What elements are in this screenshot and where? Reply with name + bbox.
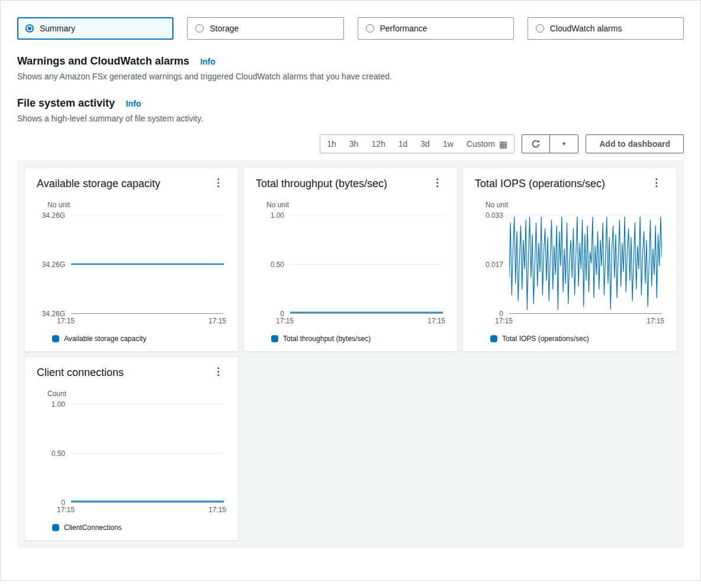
y-tick: 0 (37, 499, 65, 507)
chart-card-available-storage: Available storage capacity ⋮ No unit 34.… (24, 168, 239, 352)
tab-storage[interactable]: Storage (187, 17, 343, 40)
kebab-menu-icon[interactable]: ⋮ (430, 178, 445, 188)
activity-section: File system activity Info Shows a high-l… (17, 97, 684, 124)
tab-label: CloudWatch alarms (550, 24, 622, 33)
time-range-3d[interactable]: 3d (414, 135, 436, 153)
fsx-monitoring-page: Summary Storage Performance CloudWatch a… (0, 0, 701, 581)
radio-unselected-icon (366, 24, 374, 33)
time-range-1d[interactable]: 1d (392, 135, 414, 153)
radio-unselected-icon (536, 24, 544, 33)
time-range-12h[interactable]: 12h (365, 135, 391, 153)
tab-summary[interactable]: Summary (17, 17, 173, 40)
time-range-3h[interactable]: 3h (343, 135, 365, 153)
charts-band: Available storage capacity ⋮ No unit 34.… (17, 160, 684, 548)
warnings-section: Warnings and CloudWatch alarms Info Show… (17, 55, 684, 82)
chart-line-svg (71, 215, 224, 313)
x-tick: 17:15 (57, 506, 75, 514)
charts-grid-row-2: Client connections ⋮ Count 1.00 0.50 0 1… (24, 356, 677, 541)
y-tick: 0.033 (475, 211, 503, 220)
kebab-menu-icon[interactable]: ⋮ (649, 178, 664, 188)
tab-performance[interactable]: Performance (358, 17, 514, 40)
add-to-dashboard-button[interactable]: Add to dashboard (586, 134, 684, 153)
x-tick: 17:15 (276, 317, 294, 325)
custom-label: Custom (467, 139, 495, 149)
tab-label: Summary (40, 24, 75, 33)
monitoring-tabs: Summary Storage Performance CloudWatch a… (17, 17, 684, 40)
y-axis-unit-label: Count (47, 390, 226, 398)
refresh-interval-dropdown-button[interactable]: ▼ (550, 134, 578, 153)
refresh-icon (531, 139, 541, 149)
legend-color-swatch (490, 335, 497, 342)
y-tick: 0.50 (37, 449, 65, 458)
x-tick: 17:15 (208, 317, 226, 325)
chart-plot-area: 34.26G 34.26G 34.26G (37, 215, 226, 313)
chevron-down-icon: ▼ (561, 141, 567, 147)
y-tick: 34.26G (37, 310, 65, 318)
x-tick: 17:15 (208, 506, 226, 514)
y-tick: 1.00 (37, 400, 65, 409)
x-axis-labels: 17:15 17:15 (57, 506, 226, 514)
chart-plot-area: 1.00 0.50 0 (37, 404, 226, 502)
x-tick: 17:15 (647, 317, 664, 325)
activity-info-link[interactable]: Info (126, 99, 142, 108)
legend-label: Total IOPS (operations/sec) (502, 335, 589, 343)
legend-label: Total throughput (bytes/sec) (283, 335, 371, 343)
legend-label: ClientConnections (64, 523, 121, 532)
legend-label: Available storage capacity (64, 335, 146, 343)
warnings-section-description: Shows any Amazon FSx generated warnings … (17, 71, 684, 82)
chart-line-svg (71, 404, 224, 502)
warnings-info-link[interactable]: Info (200, 57, 216, 66)
time-range-custom[interactable]: Custom ▦ (460, 135, 514, 153)
calendar-icon: ▦ (499, 140, 507, 149)
chart-title: Client connections (37, 367, 124, 379)
y-tick: 0 (475, 310, 503, 318)
radio-selected-icon (25, 24, 34, 33)
chart-card-client-connections: Client connections ⋮ Count 1.00 0.50 0 1… (24, 356, 239, 541)
chart-title: Total IOPS (operations/sec) (475, 178, 605, 190)
y-tick: 34.26G (37, 261, 65, 269)
legend-color-swatch (271, 335, 278, 342)
time-range-segmented-control: 1h 3h 12h 1d 3d 1w Custom ▦ (320, 134, 515, 153)
y-axis-unit-label: No unit (266, 201, 445, 209)
legend-color-swatch (52, 335, 59, 342)
y-tick: 0.017 (475, 261, 503, 269)
time-range-1w[interactable]: 1w (436, 135, 460, 153)
chart-card-total-iops: Total IOPS (operations/sec) ⋮ No unit 0.… (462, 168, 677, 352)
chart-line-svg (509, 215, 662, 313)
y-axis-unit-label: No unit (47, 201, 226, 209)
tab-cloudwatch-alarms[interactable]: CloudWatch alarms (528, 17, 684, 40)
activity-section-description: Shows a high-level summary of file syste… (17, 113, 684, 124)
refresh-button[interactable] (522, 134, 550, 153)
chart-legend-item[interactable]: Available storage capacity (52, 335, 226, 343)
time-range-1h[interactable]: 1h (320, 135, 343, 153)
y-tick: 0.50 (256, 261, 284, 269)
x-tick: 17:15 (427, 317, 445, 325)
tab-label: Performance (380, 24, 427, 33)
activity-section-title: File system activity (17, 97, 115, 109)
y-axis-unit-label: No unit (485, 201, 664, 209)
charts-grid-row-1: Available storage capacity ⋮ No unit 34.… (24, 168, 677, 352)
chart-legend-item[interactable]: Total IOPS (operations/sec) (490, 335, 664, 343)
y-tick: 1.00 (256, 211, 284, 220)
warnings-section-title: Warnings and CloudWatch alarms (17, 55, 189, 67)
x-tick: 17:15 (495, 317, 513, 325)
chart-title: Available storage capacity (37, 178, 160, 190)
chart-plot-area: 0.033 0.017 0 (475, 215, 664, 313)
kebab-menu-icon[interactable]: ⋮ (211, 178, 226, 188)
x-axis-labels: 17:15 17:15 (495, 317, 664, 325)
chart-line-svg (290, 215, 443, 313)
refresh-button-group: ▼ (522, 134, 578, 153)
x-tick: 17:15 (57, 317, 75, 325)
x-axis-labels: 17:15 17:15 (276, 317, 445, 325)
chart-plot-area: 1.00 0.50 0 (256, 215, 445, 313)
chart-title: Total throughput (bytes/sec) (256, 178, 387, 190)
tab-label: Storage (210, 24, 239, 33)
chart-controls: 1h 3h 12h 1d 3d 1w Custom ▦ ▼ Add to das… (17, 134, 684, 153)
chart-legend-item[interactable]: ClientConnections (52, 523, 226, 532)
chart-card-total-throughput: Total throughput (bytes/sec) ⋮ No unit 1… (243, 168, 458, 352)
y-tick: 34.26G (37, 211, 65, 220)
chart-legend-item[interactable]: Total throughput (bytes/sec) (271, 335, 445, 343)
y-tick: 0 (256, 310, 284, 318)
kebab-menu-icon[interactable]: ⋮ (211, 367, 226, 377)
x-axis-labels: 17:15 17:15 (57, 317, 226, 325)
